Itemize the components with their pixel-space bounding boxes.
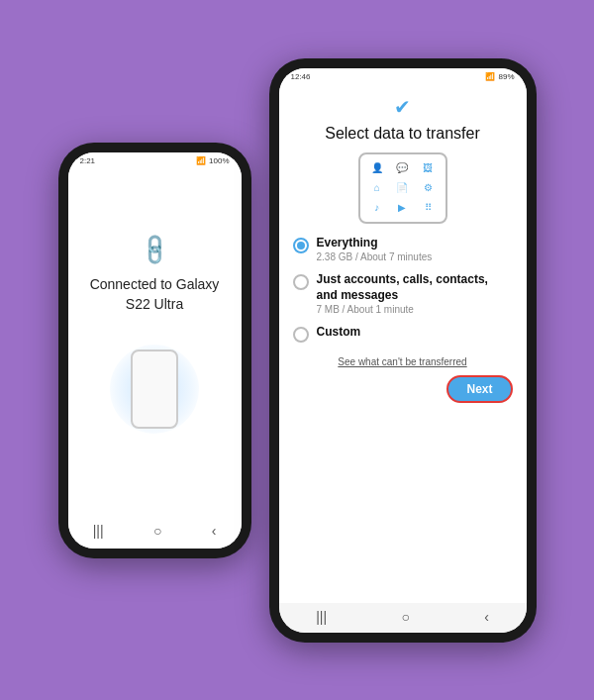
right-status-bar: 12:46 📶 89% xyxy=(279,68,527,83)
left-status-bar: 2:21 📶 100% xyxy=(68,152,242,167)
option-everything-text: Everything 2.38 GB / About 7 minutes xyxy=(317,236,433,263)
right-phone: 12:46 📶 89% ✔ Select data to transfer 👤 … xyxy=(269,58,537,643)
left-time: 2:21 xyxy=(80,156,96,165)
left-battery: 100% xyxy=(209,156,229,165)
device-illustration: 👤 💬 🖼 ⌂ 📄 ⚙ ♪ ▶ ⠿ xyxy=(293,152,513,224)
left-phone: 2:21 📶 100% 🔗 Connected to Galaxy S22 Ul… xyxy=(58,143,251,558)
right-nav-back-icon: ‹ xyxy=(484,609,489,625)
next-button-container: Next xyxy=(293,375,513,407)
left-phone-screen: 2:21 📶 100% 🔗 Connected to Galaxy S22 Ul… xyxy=(68,152,242,549)
radio-everything[interactable] xyxy=(293,238,309,253)
radio-accounts[interactable] xyxy=(293,274,309,290)
option-everything[interactable]: Everything 2.38 GB / About 7 minutes xyxy=(293,236,513,263)
icon-photo: 🖼 xyxy=(417,159,440,176)
option-accounts[interactable]: Just accounts, calls, contacts, and mess… xyxy=(293,272,513,315)
phone-illustration xyxy=(115,335,194,444)
radio-custom[interactable] xyxy=(293,327,309,343)
right-battery: 89% xyxy=(498,72,514,81)
left-nav-menu-icon: ||| xyxy=(93,523,104,539)
right-signal-icon: 📶 xyxy=(485,72,495,81)
left-nav-bar: ||| ○ ‹ xyxy=(68,515,242,549)
icon-settings: ⚙ xyxy=(417,179,440,196)
check-icon: ✔ xyxy=(293,95,513,119)
left-nav-back-icon: ‹ xyxy=(212,523,217,539)
option-custom[interactable]: Custom xyxy=(293,325,513,343)
option-custom-text: Custom xyxy=(317,325,361,341)
radio-everything-fill xyxy=(297,242,305,250)
right-time: 12:46 xyxy=(291,72,311,81)
option-everything-sub: 2.38 GB / About 7 minutes xyxy=(317,251,433,262)
right-nav-home-icon: ○ xyxy=(401,609,409,625)
select-title: Select data to transfer xyxy=(293,125,513,143)
icon-apps: ⠿ xyxy=(417,199,440,216)
mini-phone-graphic xyxy=(131,350,178,429)
left-main-content: 🔗 Connected to Galaxy S22 Ultra xyxy=(68,167,242,515)
left-signal: 📶 xyxy=(196,156,206,165)
next-button[interactable]: Next xyxy=(446,375,512,403)
right-nav-bar: ||| ○ ‹ xyxy=(279,603,527,633)
icon-file: 📄 xyxy=(391,179,414,196)
option-accounts-sub: 7 MB / About 1 minute xyxy=(317,304,513,315)
left-nav-home-icon: ○ xyxy=(153,523,161,539)
icon-home: ⌂ xyxy=(366,179,389,196)
link-icon: 🔗 xyxy=(136,233,172,269)
option-everything-label: Everything xyxy=(317,236,433,251)
connected-text: Connected to Galaxy S22 Ultra xyxy=(78,275,232,314)
right-nav-menu-icon: ||| xyxy=(316,609,327,625)
phones-container: 2:21 📶 100% 🔗 Connected to Galaxy S22 Ul… xyxy=(0,0,594,700)
option-custom-label: Custom xyxy=(317,325,361,341)
see-link[interactable]: See what can't be transferred xyxy=(293,356,513,367)
option-accounts-text: Just accounts, calls, contacts, and mess… xyxy=(317,272,513,315)
device-frame: 👤 💬 🖼 ⌂ 📄 ⚙ ♪ ▶ ⠿ xyxy=(358,152,447,224)
icon-music: ♪ xyxy=(366,199,389,216)
icon-video: ▶ xyxy=(391,199,414,216)
right-main-content: ✔ Select data to transfer 👤 💬 🖼 ⌂ 📄 ⚙ ♪ … xyxy=(279,83,527,603)
icon-contacts: 👤 xyxy=(366,159,389,176)
right-phone-screen: 12:46 📶 89% ✔ Select data to transfer 👤 … xyxy=(279,68,527,633)
option-accounts-label: Just accounts, calls, contacts, and mess… xyxy=(317,272,513,303)
icon-chat: 💬 xyxy=(391,159,414,176)
